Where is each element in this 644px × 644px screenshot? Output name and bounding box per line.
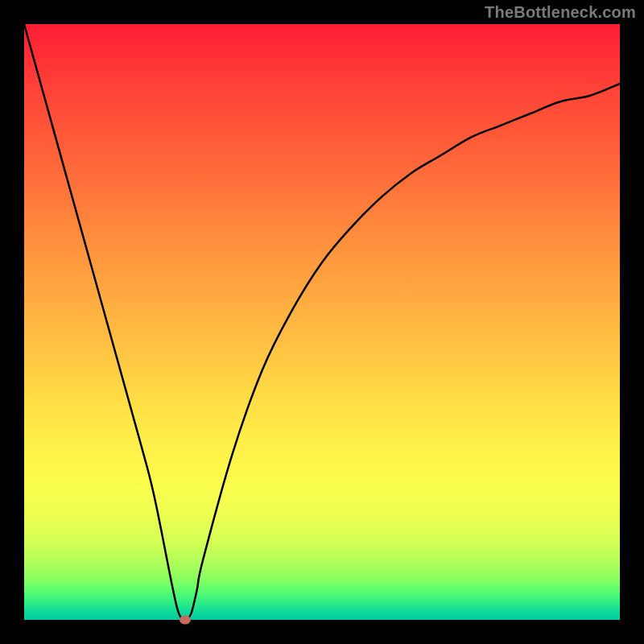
attribution-text: TheBottleneck.com bbox=[485, 3, 636, 22]
plot-area bbox=[24, 24, 620, 620]
chart-frame: TheBottleneck.com bbox=[0, 0, 644, 644]
minimum-marker bbox=[180, 616, 191, 625]
bottleneck-curve bbox=[24, 24, 620, 620]
